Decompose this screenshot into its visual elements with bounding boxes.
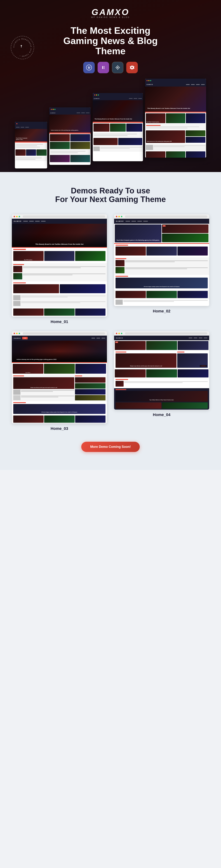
demos-section: Demos Ready To use For Your Next Gaming … [0, 172, 221, 470]
svg-text:↗: ↗ [19, 44, 23, 48]
demo-label-home01: Home_01 [50, 319, 68, 324]
demo-h3-wide: 20 more happy sunday quotes from Expand … [15, 411, 104, 413]
logo-text: GAMXO [91, 7, 129, 17]
hero-icons-row [83, 62, 138, 73]
demo-item-home03: GAMXO LIVE Action dummy text of the p [12, 331, 107, 431]
elementor-icon-box[interactable] [98, 62, 109, 73]
demo-preview-home04[interactable]: GAMXO HOT [114, 331, 209, 410]
hero-mock-screen-2: GAMXO Action dummy text of the printing … [49, 107, 90, 165]
demo-h3-hero-text: Action dummy text of the printing type s… [14, 359, 60, 361]
demo-h3-article: Shapen says Harvey and the guys who stop… [14, 387, 73, 388]
svg-point-1 [117, 67, 118, 68]
hero-title: The Most Exciting Gaming News & Blog The… [48, 26, 173, 56]
hero-mock-screen-3: GAMXO This Beauty Brand is not Tackles S… [93, 93, 143, 161]
hero-mock-screen-1: Top 10 Best Computergames in the... [15, 122, 47, 168]
demo-item-home02: GAMXO Top 10 Best Computer games in the … [114, 214, 209, 324]
demo-preview-home03[interactable]: GAMXO LIVE Action dummy text of the p [12, 331, 107, 424]
demo-h1-logo: GAMXO [14, 220, 22, 222]
demos-grid: GAMXO This Beauty Brand is not Tackles S… [12, 214, 209, 431]
octo-icon-box[interactable] [112, 62, 123, 73]
demo-h2-logo: GAMXO [116, 220, 124, 222]
demo-item-home01: GAMXO This Beauty Brand is not Tackles S… [12, 214, 107, 324]
demo-label-home03: Home_03 [50, 426, 68, 431]
settings-icon-box[interactable] [126, 62, 138, 73]
demo-preview-home01[interactable]: GAMXO This Beauty Brand is not Tackles S… [12, 214, 107, 316]
demo-h2-wide-text: 20 more happy sunday quotes from Expand … [117, 286, 206, 287]
more-demos-button[interactable]: More Demo Coming Soon! [81, 442, 140, 452]
hero-section: GAMXO WP GAMING NEWS & BLOG The Most Exc… [0, 0, 221, 172]
demo-label-home04: Home_04 [153, 412, 171, 417]
demo-h4-article: Shapen says Harvey and the guys who stop… [117, 365, 176, 367]
circle-badge: ULTIMATE WORDPRESS GYM THEME • ↗ [11, 36, 34, 59]
demo-preview-home02[interactable]: GAMXO Top 10 Best Computer games in the … [114, 214, 209, 306]
demo-h2-hero-text: Top 10 Best Computer games in the Market… [116, 239, 160, 241]
svg-text:ULTIMATE WORDPRESS GYM THEME •: ULTIMATE WORDPRESS GYM THEME • [13, 38, 32, 57]
logo-area: GAMXO WP GAMING NEWS & BLOG [91, 7, 130, 18]
demo-item-home04: GAMXO HOT [114, 331, 209, 431]
hero-mock-screen-4: GAMXO This Beauty Brand is not Tackles S… [145, 79, 206, 158]
demo-label-home02: Home_02 [153, 309, 171, 313]
logo-subtitle: WP GAMING NEWS & BLOG [91, 16, 130, 18]
demos-title: Demos Ready To use For Your Next Gaming … [7, 186, 214, 204]
demo-h1-hero-text: This Beauty Brand is not Tackles Skincar… [14, 243, 105, 245]
hero-screens: Top 10 Best Computergames in the... [15, 82, 206, 161]
wordpress-icon-box[interactable] [83, 62, 95, 73]
